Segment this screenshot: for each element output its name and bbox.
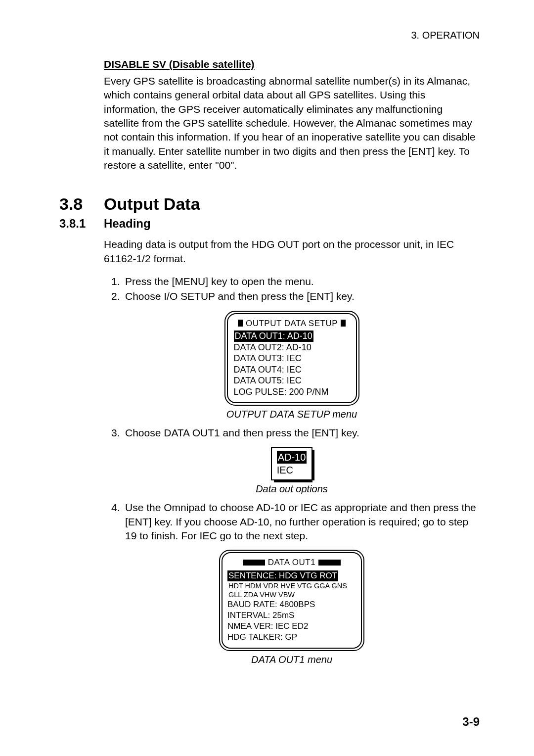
step-3: Choose DATA OUT1 and then press the [ENT…	[125, 426, 480, 440]
title-bar-icon	[341, 320, 346, 327]
figure-caption: OUTPUT DATA SETUP menu	[104, 409, 480, 420]
lcd-row: LOG PULSE: 200 P/NM	[234, 386, 350, 398]
step-4: Use the Omnipad to choose AD-10 or IEC a…	[125, 501, 480, 543]
title-bar-icon	[318, 560, 341, 566]
lcd-row: DATA OUT4: IEC	[234, 364, 350, 376]
section-number: 3.8	[59, 194, 104, 214]
title-bar-icon	[243, 560, 265, 566]
lcd-row: HDG TALKER: GP	[227, 632, 356, 643]
figure-caption: Data out options	[104, 483, 480, 495]
list-item: 3. Choose DATA OUT1 and then press the […	[111, 426, 480, 440]
figure-caption: DATA OUT1 menu	[104, 654, 480, 665]
lcd-row: BAUD RATE: 4800BPS	[227, 599, 356, 610]
title-bar-icon	[238, 320, 243, 327]
lcd-row: INTERVAL: 25mS	[227, 610, 356, 621]
lcd-row: NMEA VER: IEC ED2	[227, 621, 356, 632]
lcd-row-selected: DATA OUT1: AD-10	[234, 331, 313, 342]
list-item: 2. Choose I/O SETUP and then press the […	[111, 289, 480, 303]
option-selected: AD-10	[277, 451, 307, 464]
data-out-options-screen: AD-10 IEC	[271, 447, 313, 480]
lcd-title: OUTPUT DATA SETUP	[246, 318, 338, 329]
lcd-row: DATA OUT5: IEC	[234, 375, 350, 386]
lcd-row-selected: SENTENCE: HDG VTG ROT	[227, 570, 338, 581]
page-number: 3-9	[462, 715, 480, 729]
page-header: 3. OPERATION	[59, 30, 480, 41]
subsection-title: Heading	[104, 217, 151, 231]
option-unselected: IEC	[277, 464, 307, 476]
lcd-row-small: HDT HDM VDR HVE VTG GGA GNS	[227, 581, 356, 590]
output-data-setup-screen: OUTPUT DATA SETUP DATA OUT1: AD-10 DATA …	[224, 311, 359, 406]
step-1: Press the [MENU] key to open the menu.	[125, 275, 480, 288]
disable-sv-heading: DISABLE SV (Disable satellite)	[104, 58, 480, 70]
lcd-row-small: GLL ZDA VHW VBW	[227, 590, 356, 599]
section-title: Output Data	[104, 194, 200, 214]
subsection-number: 3.8.1	[59, 217, 104, 231]
disable-sv-body: Every GPS satellite is broadcasting abno…	[104, 74, 480, 172]
lcd-row: DATA OUT3: IEC	[234, 353, 350, 364]
list-item: 4. Use the Omnipad to choose AD-10 or IE…	[111, 501, 480, 543]
lcd-row: DATA OUT2: AD-10	[234, 342, 350, 353]
data-out1-screen: DATA OUT1 SENTENCE: HDG VTG ROT HDT HDM …	[219, 550, 364, 651]
heading-body: Heading data is output from the HDG OUT …	[104, 237, 480, 266]
list-item: 1. Press the [MENU] key to open the menu…	[111, 275, 480, 288]
step-2: Choose I/O SETUP and then press the [ENT…	[125, 289, 480, 303]
lcd-title: DATA OUT1	[268, 557, 315, 568]
